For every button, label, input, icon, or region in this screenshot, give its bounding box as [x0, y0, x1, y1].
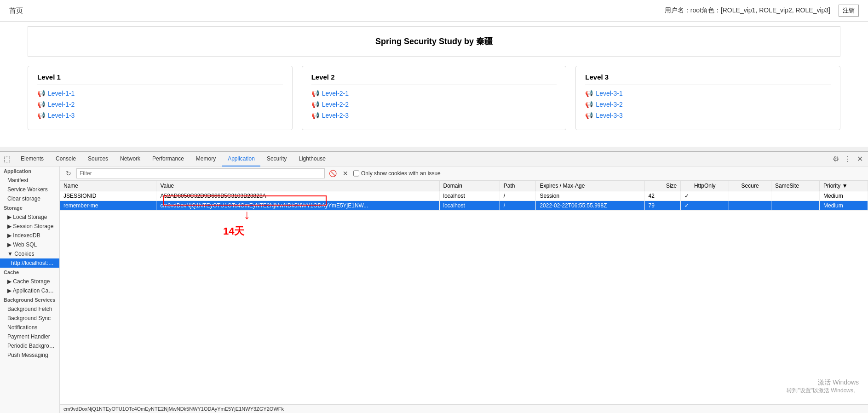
link-level2-2[interactable]: 📢Level-2-2	[311, 101, 557, 108]
link-level3-3[interactable]: 📢Level-3-3	[585, 112, 831, 119]
home-link[interactable]: 首页	[9, 6, 23, 15]
megaphone-icon: 📢	[37, 101, 45, 108]
link-level3-1[interactable]: 📢Level-3-1	[585, 90, 831, 97]
top-nav: 首页 用户名：root角色：[ROLE_vip1, ROLE_vip2, ROL…	[0, 0, 868, 22]
megaphone-icon: 📢	[585, 101, 593, 108]
megaphone-icon: 📢	[585, 90, 593, 97]
link-level2-1[interactable]: 📢Level-2-1	[311, 90, 557, 97]
card-level3-title: Level 3	[585, 73, 831, 85]
link-level1-2[interactable]: 📢Level-1-2	[37, 101, 283, 108]
cards-section: Level 1 📢Level-1-1 📢Level-1-2 📢Level-1-3…	[0, 61, 868, 135]
card-level2-title: Level 2	[311, 73, 557, 85]
megaphone-icon: 📢	[311, 90, 319, 97]
megaphone-icon: 📢	[37, 112, 45, 119]
card-level1: Level 1 📢Level-1-1 📢Level-1-2 📢Level-1-3	[28, 66, 293, 130]
logout-button[interactable]: 注销	[839, 5, 859, 17]
link-level1-3[interactable]: 📢Level-1-3	[37, 112, 283, 119]
link-level1-1[interactable]: 📢Level-1-1	[37, 90, 283, 97]
page-title: Spring Security Study by 秦疆	[37, 36, 831, 47]
megaphone-icon: 📢	[311, 112, 319, 119]
card-level2: Level 2 📢Level-2-1 📢Level-2-2 📢Level-2-3	[302, 66, 567, 130]
link-level2-3[interactable]: 📢Level-2-3	[311, 112, 557, 119]
card-level3: Level 3 📢Level-3-1 📢Level-3-2 📢Level-3-3	[575, 66, 840, 130]
card-level1-title: Level 1	[37, 73, 283, 85]
megaphone-icon: 📢	[37, 90, 45, 97]
megaphone-icon: 📢	[311, 101, 319, 108]
user-info: 用户名：root角色：[ROLE_vip1, ROLE_vip2, ROLE_v…	[665, 6, 830, 15]
megaphone-icon: 📢	[585, 112, 593, 119]
link-level3-2[interactable]: 📢Level-3-2	[585, 101, 831, 108]
page-title-section: Spring Security Study by 秦疆	[28, 26, 840, 57]
